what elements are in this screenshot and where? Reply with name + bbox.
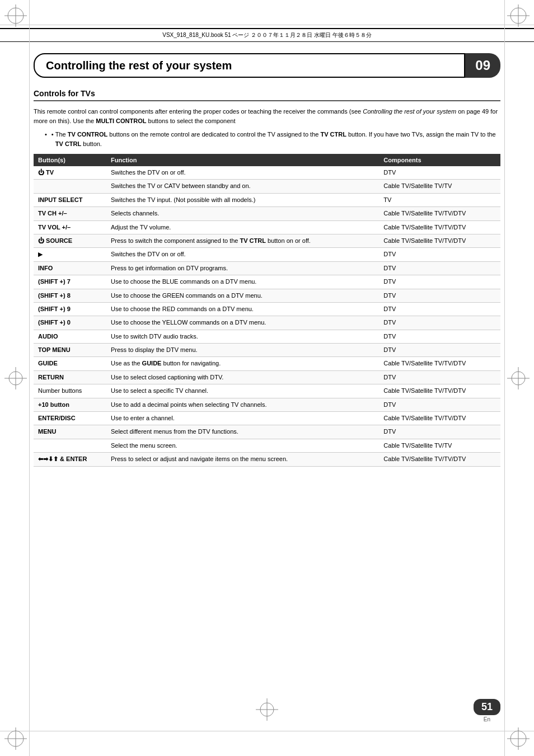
table-cell-component: DTV bbox=[379, 344, 500, 357]
corner-br bbox=[507, 727, 530, 752]
table-cell-component: Cable TV/Satellite TV/TV/DTV bbox=[379, 220, 500, 234]
table-cell-function: Adjust the TV volume. bbox=[106, 220, 379, 234]
table-cell-component: DTV bbox=[379, 166, 500, 180]
controls-table: Button(s) Function Components ⏻ TVSwitch… bbox=[34, 154, 500, 467]
table-cell-button: TV CH +/– bbox=[34, 207, 106, 220]
bullet-item-1: • The TV CONTROL buttons on the remote c… bbox=[45, 130, 500, 148]
table-cell-component: Cable TV/Satellite TV/TV/DTV bbox=[379, 357, 500, 370]
section-title: Controls for TVs bbox=[34, 89, 500, 101]
table-cell-function: Use to add a decimal points when selecti… bbox=[106, 398, 379, 411]
file-info-bar: VSX_918_818_KU.book 51 ページ ２００７年１１月２８日 水… bbox=[0, 28, 534, 42]
page-number-box: 51 bbox=[474, 699, 500, 715]
table-row: (SHIFT +) 7Use to choose the BLUE comman… bbox=[34, 275, 500, 289]
table-cell-function: Use as the GUIDE button for navigating. bbox=[106, 357, 379, 370]
corner-bl bbox=[4, 727, 27, 752]
table-cell-component: Cable TV/Satellite TV/TV bbox=[379, 439, 500, 452]
table-cell-button: TOP MENU bbox=[34, 344, 106, 357]
table-cell-button: AUDIO bbox=[34, 330, 106, 343]
body-paragraph: This remote control can control componen… bbox=[34, 107, 500, 125]
table-cell-function: Press to display the DTV menu. bbox=[106, 344, 379, 357]
table-cell-component: Cable TV/Satellite TV/TV/DTV bbox=[379, 234, 500, 247]
table-row: ▶Switches the DTV on or off.DTV bbox=[34, 248, 500, 261]
table-cell-button: ⬅➡⬇⬆ & ENTER bbox=[34, 453, 106, 466]
table-row: MENUSelect different menus from the DTV … bbox=[34, 425, 500, 439]
body-text-italic: Controlling the rest of your system bbox=[363, 108, 456, 115]
table-cell-function: Use to select a specific TV channel. bbox=[106, 384, 379, 398]
table-row: RETURNUse to select closed captioning wi… bbox=[34, 370, 500, 384]
table-cell-function: Use to choose the BLUE commands on a DTV… bbox=[106, 275, 379, 289]
table-cell-function: Select different menus from the DTV func… bbox=[106, 425, 379, 439]
bottom-rule bbox=[0, 731, 534, 731]
bottom-center-mark bbox=[256, 698, 278, 722]
table-cell-function: Switches the DTV on or off. bbox=[106, 166, 379, 180]
table-cell-function: Press to select or adjust and navigate i… bbox=[106, 453, 379, 466]
table-row: TOP MENUPress to display the DTV menu.DT… bbox=[34, 344, 500, 357]
col-header-component: Components bbox=[379, 154, 500, 166]
table-cell-function: Use to choose the YELLOW commands on a D… bbox=[106, 316, 379, 330]
table-cell-function: Use to choose the GREEN commands on a DT… bbox=[106, 289, 379, 302]
table-cell-button: Number buttons bbox=[34, 384, 106, 398]
body-text-3: buttons to select the component bbox=[147, 118, 236, 124]
table-cell-button: GUIDE bbox=[34, 357, 106, 370]
table-row: ⬅➡⬇⬆ & ENTERPress to select or adjust an… bbox=[34, 453, 500, 466]
chapter-title-box: Controlling the rest of your system bbox=[34, 53, 465, 78]
col-header-function: Function bbox=[106, 154, 379, 166]
table-body: ⏻ TVSwitches the DTV on or off.DTVSwitch… bbox=[34, 166, 500, 466]
table-row: INPUT SELECTSwitches the TV input. (Not … bbox=[34, 193, 500, 206]
table-cell-component: DTV bbox=[379, 330, 500, 343]
table-row: ENTER/DISCUse to enter a channel.Cable T… bbox=[34, 412, 500, 425]
table-cell-button: ⏻ TV bbox=[34, 166, 106, 180]
table-cell-button: TV VOL +/– bbox=[34, 220, 106, 234]
table-cell-component: DTV bbox=[379, 302, 500, 316]
table-row: ⏻ TVSwitches the DTV on or off.DTV bbox=[34, 166, 500, 180]
table-row: Number buttonsUse to select a specific T… bbox=[34, 384, 500, 398]
page-lang: En bbox=[484, 716, 490, 722]
table-row: (SHIFT +) 9Use to choose the RED command… bbox=[34, 302, 500, 316]
table-cell-component: DTV bbox=[379, 425, 500, 439]
table-cell-component: Cable TV/Satellite TV/TV bbox=[379, 180, 500, 193]
table-cell-button: RETURN bbox=[34, 370, 106, 384]
table-row: AUDIOUse to switch DTV audio tracks.DTV bbox=[34, 330, 500, 343]
table-cell-component: DTV bbox=[379, 370, 500, 384]
table-cell-button: ▶ bbox=[34, 248, 106, 261]
table-cell-component: DTV bbox=[379, 248, 500, 261]
table-cell-button: (SHIFT +) 0 bbox=[34, 316, 106, 330]
table-cell-component: TV bbox=[379, 193, 500, 206]
table-header: Button(s) Function Components bbox=[34, 154, 500, 166]
table-cell-button: INPUT SELECT bbox=[34, 193, 106, 206]
table-row: Switches the TV or CATV between standby … bbox=[34, 180, 500, 193]
table-row: GUIDEUse as the GUIDE button for navigat… bbox=[34, 357, 500, 370]
top-rule bbox=[0, 25, 534, 25]
body-text-bold1: MULTI CONTROL bbox=[96, 118, 146, 124]
table-cell-button: ENTER/DISC bbox=[34, 412, 106, 425]
table-row: (SHIFT +) 0Use to choose the YELLOW comm… bbox=[34, 316, 500, 330]
table-cell-function: Selects channels. bbox=[106, 207, 379, 220]
page-number-area: 51 En bbox=[474, 699, 500, 722]
table-row: Select the menu screen.Cable TV/Satellit… bbox=[34, 439, 500, 452]
table-cell-button: +10 button bbox=[34, 398, 106, 411]
corner-tl bbox=[4, 4, 27, 29]
chapter-header: Controlling the rest of your system 09 bbox=[34, 53, 500, 78]
mid-left-mark bbox=[4, 367, 27, 391]
table-cell-button: ⏻ SOURCE bbox=[34, 234, 106, 247]
table-cell-function: Switches the TV input. (Not possible wit… bbox=[106, 193, 379, 206]
left-rule bbox=[29, 0, 30, 756]
table-cell-button: (SHIFT +) 9 bbox=[34, 302, 106, 316]
table-cell-function: Press to get information on DTV programs… bbox=[106, 261, 379, 275]
table-row: TV CH +/–Selects channels.Cable TV/Satel… bbox=[34, 207, 500, 220]
table-cell-function: Use to select closed captioning with DTV… bbox=[106, 370, 379, 384]
table-cell-component: DTV bbox=[379, 275, 500, 289]
table-cell-button bbox=[34, 439, 106, 452]
table-cell-button: INFO bbox=[34, 261, 106, 275]
table-row: (SHIFT +) 8Use to choose the GREEN comma… bbox=[34, 289, 500, 302]
mid-right-mark bbox=[507, 367, 530, 391]
table-cell-function: Switches the TV or CATV between standby … bbox=[106, 180, 379, 193]
right-rule bbox=[504, 0, 505, 756]
page-number: 51 bbox=[481, 701, 493, 712]
table-row: TV VOL +/–Adjust the TV volume.Cable TV/… bbox=[34, 220, 500, 234]
body-text-1: This remote control can control componen… bbox=[34, 108, 363, 115]
table-cell-component: DTV bbox=[379, 261, 500, 275]
table-cell-button: (SHIFT +) 8 bbox=[34, 289, 106, 302]
table-cell-component: DTV bbox=[379, 289, 500, 302]
table-row: INFOPress to get information on DTV prog… bbox=[34, 261, 500, 275]
